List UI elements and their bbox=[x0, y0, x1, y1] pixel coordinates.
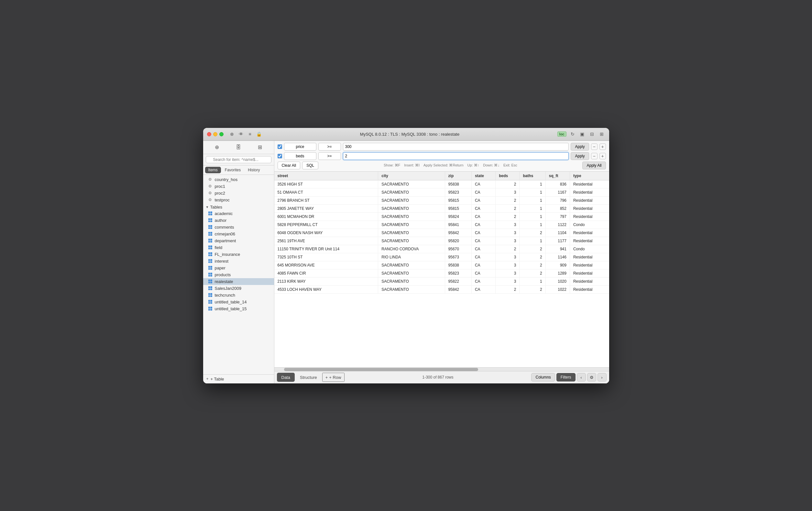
filter-1-operator[interactable]: >= bbox=[318, 143, 341, 151]
table-row[interactable]: 51 OMAHA CT SACRAMENTO 95823 CA 3 1 1167… bbox=[274, 188, 609, 196]
sidebar-item-untitled-table-14[interactable]: untitled_table_14 bbox=[203, 299, 274, 305]
horizontal-scrollbar[interactable] bbox=[274, 367, 609, 371]
col-city[interactable]: city bbox=[378, 172, 445, 180]
sidebar-item-fl-insurance[interactable]: FL_insurance bbox=[203, 251, 274, 258]
table-row[interactable]: 6048 OGDEN NASH WAY SACRAMENTO 95842 CA … bbox=[274, 228, 609, 237]
sidebar-icon-2[interactable]: 🗄 bbox=[235, 143, 242, 151]
close-button[interactable] bbox=[207, 132, 211, 136]
filter-2-value[interactable] bbox=[343, 152, 569, 160]
sidebar-item-proc1[interactable]: ⚙ proc1 bbox=[203, 183, 274, 190]
apply-all-button[interactable]: Apply All bbox=[582, 162, 606, 169]
table-row[interactable]: 5828 PEPPERMILL CT SACRAMENTO 95841 CA 3… bbox=[274, 220, 609, 228]
table-row[interactable]: 2113 KIRK WAY SACRAMENTO 95822 CA 3 1 10… bbox=[274, 277, 609, 285]
search-input[interactable] bbox=[206, 156, 271, 163]
table-row[interactable]: 2805 JANETTE WAY SACRAMENTO 95815 CA 2 1… bbox=[274, 204, 609, 212]
sidebar-item-products[interactable]: products bbox=[203, 271, 274, 278]
sidebar-item-techcrunch[interactable]: techcrunch bbox=[203, 292, 274, 299]
add-row-label: + Row bbox=[329, 375, 341, 380]
col-type[interactable]: type bbox=[570, 172, 609, 180]
filter-1-remove-button[interactable]: − bbox=[591, 143, 598, 150]
table-row[interactable]: 4085 FAWN CIR SACRAMENTO 95823 CA 3 2 12… bbox=[274, 269, 609, 277]
sidebar-item-realestate[interactable]: realestate bbox=[203, 278, 274, 285]
col-zip[interactable]: zip bbox=[445, 172, 471, 180]
sidebar-item-label: country_hos bbox=[215, 177, 238, 182]
table-icon bbox=[208, 293, 212, 297]
cell-zip: 95838 bbox=[445, 261, 471, 269]
tab-favorites[interactable]: Favorites bbox=[222, 167, 244, 173]
scrollbar-thumb[interactable] bbox=[284, 368, 478, 371]
proc-icon-4: ⚙ bbox=[208, 197, 213, 202]
sidebar-item-department[interactable]: department bbox=[203, 237, 274, 244]
cell-sqft: 852 bbox=[545, 204, 570, 212]
refresh-icon[interactable]: ↻ bbox=[569, 131, 576, 138]
sidebar-footer[interactable]: + + Table bbox=[203, 374, 274, 383]
sql-button[interactable]: SQL bbox=[302, 162, 318, 169]
sidebar-item-author[interactable]: author bbox=[203, 217, 274, 224]
filter-2-field[interactable]: beds bbox=[284, 152, 316, 160]
layout-icon-3[interactable]: ⊞ bbox=[598, 131, 605, 138]
sidebar-item-paper[interactable]: paper bbox=[203, 265, 274, 271]
sidebar-icon-3[interactable]: ⊞ bbox=[256, 143, 264, 151]
sidebar-item-label: author bbox=[215, 218, 227, 223]
col-baths[interactable]: baths bbox=[520, 172, 545, 180]
filter-1-value[interactable] bbox=[343, 143, 569, 151]
col-beds[interactable]: beds bbox=[496, 172, 520, 180]
table-row[interactable]: 11150 TRINITY RIVER DR Unit 114 RANCHO C… bbox=[274, 245, 609, 253]
cell-baths: 1 bbox=[520, 188, 545, 196]
tab-history[interactable]: History bbox=[244, 167, 263, 173]
layout-icon-2[interactable]: ⊟ bbox=[588, 131, 596, 138]
sidebar-item-crimejan06[interactable]: crimejan06 bbox=[203, 231, 274, 237]
fullscreen-button[interactable] bbox=[219, 132, 224, 136]
sidebar-item-country-hos[interactable]: ⚙ country_hos bbox=[203, 176, 274, 183]
tables-section[interactable]: ▼ Tables bbox=[203, 204, 274, 210]
sidebar-item-untitled-table-15[interactable]: untitled_table_15 bbox=[203, 305, 274, 312]
filter-1-field[interactable]: price bbox=[284, 143, 316, 151]
filter-2-remove-button[interactable]: − bbox=[591, 153, 598, 159]
tab-items[interactable]: Items bbox=[205, 167, 221, 173]
eye-icon[interactable]: 👁 bbox=[238, 131, 244, 137]
back-icon[interactable]: ⊗ bbox=[229, 131, 235, 137]
table-row[interactable]: 3526 HIGH ST SACRAMENTO 95838 CA 2 1 836… bbox=[274, 180, 609, 188]
columns-button[interactable]: Columns bbox=[531, 373, 555, 381]
menu-icon[interactable]: ≡ bbox=[247, 131, 253, 137]
cell-sqft: 1022 bbox=[545, 285, 570, 293]
sidebar-item-proc2[interactable]: ⚙ proc2 bbox=[203, 190, 274, 196]
sidebar-item-salesjan2009[interactable]: SalesJan2009 bbox=[203, 285, 274, 292]
prev-page-button[interactable]: ‹ bbox=[577, 373, 586, 381]
layout-icon-1[interactable]: ▣ bbox=[579, 131, 586, 138]
sidebar-icon-1[interactable]: ⊕ bbox=[213, 143, 221, 151]
cell-city: SACRAMENTO bbox=[378, 277, 445, 285]
table-row[interactable]: 2561 19TH AVE SACRAMENTO 95820 CA 3 1 11… bbox=[274, 237, 609, 245]
filter-1-checkbox[interactable] bbox=[278, 144, 282, 149]
sidebar-item-label: proc1 bbox=[215, 184, 226, 189]
col-state[interactable]: state bbox=[471, 172, 495, 180]
filter-2-add-button[interactable]: + bbox=[600, 153, 606, 159]
filter-2-apply-button[interactable]: Apply bbox=[571, 152, 589, 160]
sidebar-item-testproc[interactable]: ⚙ testproc bbox=[203, 196, 274, 204]
table-row[interactable]: 4533 LOCH HAVEN WAY SACRAMENTO 95842 CA … bbox=[274, 285, 609, 293]
add-row-button[interactable]: + + Row bbox=[322, 373, 345, 382]
next-page-button[interactable]: › bbox=[598, 373, 607, 381]
cell-street: 11150 TRINITY RIVER DR Unit 114 bbox=[274, 245, 378, 253]
sidebar-item-academic[interactable]: academic bbox=[203, 210, 274, 217]
filter-1-add-button[interactable]: + bbox=[600, 143, 606, 150]
table-row[interactable]: 2796 BRANCH ST SACRAMENTO 95815 CA 2 1 7… bbox=[274, 196, 609, 204]
tab-structure[interactable]: Structure bbox=[297, 373, 320, 382]
settings-icon[interactable]: ⚙ bbox=[587, 373, 596, 381]
filter-1-apply-button[interactable]: Apply bbox=[571, 143, 589, 151]
col-sqft[interactable]: sq_ft bbox=[545, 172, 570, 180]
minimize-button[interactable] bbox=[213, 132, 218, 136]
tab-data[interactable]: Data bbox=[277, 373, 295, 382]
clear-all-button[interactable]: Clear All bbox=[278, 162, 300, 169]
sidebar-item-interest[interactable]: interest bbox=[203, 258, 274, 265]
sidebar-item-comments[interactable]: comments bbox=[203, 224, 274, 231]
filters-button[interactable]: Filters bbox=[556, 373, 576, 381]
sidebar-item-field[interactable]: field bbox=[203, 244, 274, 251]
filter-2-operator[interactable]: >= bbox=[318, 152, 341, 160]
lock-icon[interactable]: 🔒 bbox=[256, 131, 262, 137]
table-row[interactable]: 6001 MCMAHON DR SACRAMENTO 95824 CA 2 1 … bbox=[274, 212, 609, 220]
table-row[interactable]: 645 MORRISON AVE SACRAMENTO 95838 CA 3 2… bbox=[274, 261, 609, 269]
table-row[interactable]: 7325 10TH ST RIO LINDA 95673 CA 3 2 1146… bbox=[274, 253, 609, 261]
filter-2-checkbox[interactable] bbox=[278, 154, 282, 158]
col-street[interactable]: street bbox=[274, 172, 378, 180]
